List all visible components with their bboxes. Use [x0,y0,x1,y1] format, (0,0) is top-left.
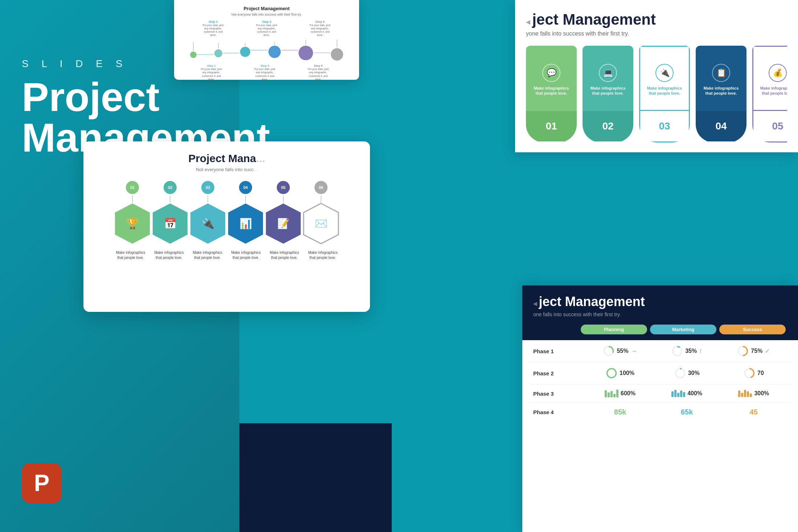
hex-06-icon: ✉️ [315,218,328,230]
card-04-bottom: 04 [696,111,746,141]
card-01-bottom: 01 [526,111,577,141]
phase1-planning-pct: 55% [617,348,628,354]
hex-03-label: Make infographics that people love. [189,250,226,260]
step2-desc: Put your data, pick any infographic, cus… [202,24,224,37]
phase3-planning-cell: 600% [587,389,653,397]
sc-subtitle: Not everyone falls into succ... [98,167,355,172]
card-02-text: Make infographics that people love. [587,86,629,96]
hex-01-label: Make infographics that people love. [112,250,149,260]
slide-data-table: ◂ ject Management one falls into success… [522,285,798,532]
col-success-header: Success [719,325,786,334]
card-04-number: 04 [696,115,746,138]
phase4-success-cell: 45 [720,408,787,416]
slide-top-title: Project Management [183,6,350,11]
phase4-success-pct: 45 [750,408,758,416]
hex-05-label: Make infographics that people love. [266,250,303,260]
step4-label: Step 4 [256,20,277,24]
hex-01: 01 🏆 [114,181,151,244]
srb-subtitle: one falls into success with their first … [533,312,787,317]
svg-point-12 [607,369,616,378]
phase2-marketing-cell: 30% [654,367,720,379]
card-05-bottom: 05 [752,111,787,143]
powerpoint-icon[interactable]: P [22,463,62,503]
hex-02-pin: 02 [164,181,177,194]
phase1-planning-arrow: → [630,347,637,355]
card-05: 💰 Make infographics that people love. 05 [752,46,787,143]
phase2-success-donut [744,367,755,379]
card-05-number: 05 [753,115,787,138]
card-04: 📋 Make infographics that people love. 04 [696,46,746,143]
phase1-success-arrow: ✓ [765,347,770,355]
hex-03-icon: 🔌 [202,218,214,230]
hex-01-connector [132,195,133,203]
card-01-top: 💬 Make infographics that people love. [526,46,577,111]
card-03-top: 🔌 Make infographics that people love. [639,46,690,111]
hex-01-icon: 🏆 [126,218,139,230]
step1-desc: Put your data, pick any infographic, cus… [201,67,222,81]
phase1-label: Phase 1 [533,348,587,354]
srt-title: ◂ ject Management [526,11,787,28]
step5-desc: Put your data, pick any infographic, cus… [307,67,329,81]
hex-06-pin: 06 [314,181,328,194]
card-04-top: 📋 Make infographics that people love. [696,46,746,111]
hex-06: 06 ✉️ [303,181,339,244]
step4-circle [268,46,281,58]
card-02-icon: 💻 [599,64,617,82]
table-row: Phase 2 100% 30% 70 [530,362,791,384]
step6-circle [331,48,343,61]
hex-05-icon: 📝 [277,218,290,230]
svg-point-8 [673,347,682,356]
card-03: 🔌 Make infographics that people love. 03 [639,46,690,143]
phase3-planning-bars [605,389,618,397]
sc-title: Project Mana... [98,152,355,165]
hex-06-label: Make infographics that people love. [304,250,342,260]
card-02-top: 💻 Make infographics that people love. [583,46,633,111]
phase4-marketing-pct: 65k [681,408,693,416]
phase3-marketing-bars [671,390,685,397]
phase4-planning-pct: 85k [614,408,626,416]
card-03-number: 03 [640,115,689,138]
srb-title: ◂ ject Management [533,294,787,309]
phase1-marketing-pct: 35% [685,348,697,354]
hex-03-shape: 🔌 [190,203,226,244]
phase3-planning-pct: 600% [621,390,635,397]
phase2-marketing-pct: 30% [688,370,700,376]
hex-01-shape: 🏆 [114,203,151,244]
card-02: 💻 Make infographics that people love. 02 [583,46,633,143]
phase1-marketing-cell: 35% ↑ [654,345,720,357]
phase1-success-cell: 75% ✓ [720,345,787,357]
phase2-planning-pct: 100% [620,370,634,376]
step1-label: Step 1 [201,64,222,67]
phase3-marketing-pct: 400% [687,390,702,397]
card-03-bottom: 03 [639,111,690,143]
col-marketing-header: Marketing [650,325,716,334]
hex-04-pin: 04 [239,181,252,194]
step3-desc: Put your data, pick any infographic, cus… [254,67,276,81]
hex-03: 03 🔌 [190,181,226,244]
table-row: Phase 3 600% 400% [530,384,791,403]
dark-bottom-background [239,423,392,532]
card-01: 💬 Make infographics that people love. 01 [526,46,577,143]
card-05-icon: 💰 [769,64,787,82]
card-05-text: Make infographics that people love. [758,86,787,96]
card-05-top: 💰 Make infographics that people love. [752,46,787,111]
card-04-text: Make infographics that people love. [700,86,742,96]
phase1-marketing-arrow: ↑ [699,347,702,355]
phase4-planning-cell: 85k [587,408,653,416]
phase2-label: Phase 2 [533,370,587,376]
hex-06-shape: ✉️ [303,203,339,244]
phase3-marketing-cell: 400% [654,390,720,397]
phase3-success-pct: 300% [754,390,769,397]
hex-04-icon: 📊 [239,218,252,230]
hex-04-shape: 📊 [227,203,264,244]
phase4-label: Phase 4 [533,409,587,415]
step3-label: Step 3 [254,64,276,67]
hex-02-shape: 📅 [152,203,188,244]
card-02-number: 02 [583,115,633,138]
srb-table-header: Planning Marketing Success [522,325,798,340]
phase1-planning-donut [603,345,614,357]
step5-circle [299,46,313,60]
hex-05-shape: 📝 [265,203,301,244]
hex-01-pin: 01 [126,181,139,194]
hex-05-pin: 05 [277,181,290,194]
